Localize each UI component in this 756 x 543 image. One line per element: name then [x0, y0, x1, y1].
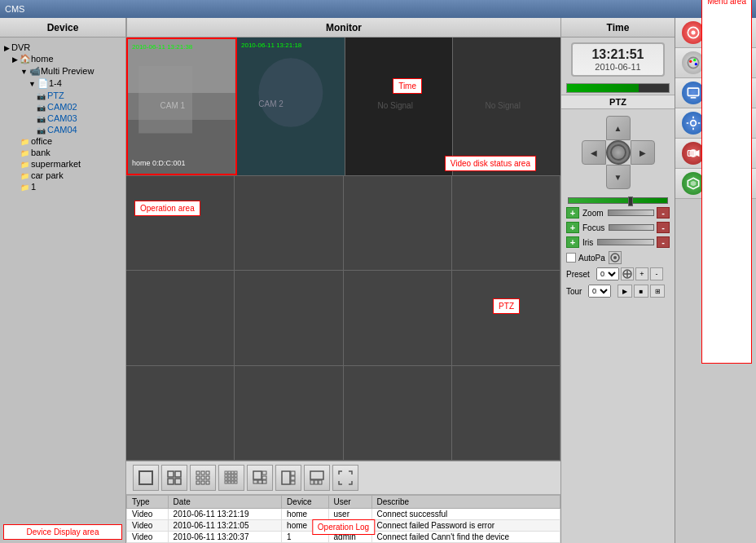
grid-cell-4-2[interactable] [235, 366, 343, 461]
tree-item-ptz[interactable]: 📷PTZ [4, 90, 121, 101]
svg-point-69 [693, 59, 696, 61]
ptz-corner-tr [631, 116, 655, 140]
single-view-button[interactable] [133, 465, 159, 491]
tour-label: Tour [566, 287, 587, 296]
ptz-corner-tl [582, 116, 606, 140]
camera-cell-4[interactable]: No Signal [453, 38, 560, 175]
tour-grid-button[interactable]: ⊞ [650, 285, 665, 298]
preset-label: Preset [566, 270, 595, 279]
ptz-zoom-minus[interactable]: - [657, 207, 670, 219]
preset-select[interactable]: 01 02 03 [596, 267, 619, 280]
col-device: Device [282, 496, 328, 509]
svg-point-70 [695, 63, 697, 65]
grid-cell-2-2[interactable] [235, 176, 343, 271]
main-grid [126, 176, 560, 461]
autopa-settings-button[interactable] [609, 251, 622, 264]
ptz-focus-plus[interactable]: + [566, 222, 579, 233]
log-row-3-type: Video [127, 532, 169, 543]
layout2-view-button[interactable] [275, 465, 301, 491]
autopa-checkbox[interactable] [566, 253, 576, 263]
preset-set-button[interactable] [621, 267, 634, 280]
svg-rect-31 [228, 471, 231, 474]
ptz-speed-control [568, 197, 668, 204]
time-display: 13:21:51 2010-06-11 [571, 42, 665, 77]
svg-text:CAM 1: CAM 1 [160, 101, 186, 110]
svg-text:2010-06-11 13:21:38: 2010-06-11 13:21:38 [132, 43, 193, 51]
tree-item-home[interactable]: ▶🏠home [4, 53, 121, 65]
preset-minus-button[interactable]: - [650, 267, 663, 280]
ptz-iris-minus[interactable]: - [657, 236, 670, 248]
ptz-speed-bar[interactable] [568, 197, 668, 204]
svg-rect-17 [168, 471, 174, 477]
camera-cell-2[interactable]: 2010-06-11 13:21:18 CAM 2 [237, 38, 345, 175]
grid-cell-4-3[interactable] [344, 366, 452, 461]
ptz-up-button[interactable]: ▲ [606, 116, 631, 140]
svg-rect-25 [201, 476, 204, 479]
log-row-1-user: user [328, 509, 371, 520]
ptz-zoom-slider[interactable] [608, 210, 654, 216]
grid-cell-2-3[interactable] [344, 176, 452, 271]
ptz-area-label: PTZ [493, 298, 520, 314]
disk-bar [566, 83, 670, 93]
tour-play-button[interactable]: ▶ [618, 285, 632, 298]
log-row-1: Video 2010-06-11 13:21:19 home user Conn… [127, 509, 560, 520]
quad-view-button[interactable] [161, 465, 187, 491]
sixteen-view-button[interactable] [218, 465, 244, 491]
ptz-iris-plus[interactable]: + [566, 236, 579, 248]
preset-plus-button[interactable]: + [635, 267, 648, 280]
nine-view-button[interactable] [190, 465, 216, 491]
tree-item-cam03[interactable]: 📷CAM03 [4, 113, 121, 124]
tour-play-controls: ▶ ■ ⊞ [618, 285, 665, 298]
fullscreen-button[interactable] [332, 465, 358, 491]
monitor-header: Monitor [126, 18, 560, 38]
date-value: 2010-06-11 [576, 62, 660, 72]
grid-cell-4-4[interactable] [452, 366, 560, 461]
log-row-1-type: Video [127, 509, 169, 520]
ptz-iris-slider[interactable] [597, 239, 654, 245]
svg-point-67 [688, 57, 698, 68]
ptz-focus-slider[interactable] [609, 224, 654, 231]
ptz-left-button[interactable]: ◀ [582, 140, 606, 165]
ptz-down-button[interactable]: ▼ [606, 165, 631, 189]
camera-cell-1[interactable]: 2010-06-11 13:21:38 home 0:D:C:001 CAM 1 [126, 38, 237, 175]
tree-item-bank[interactable]: 📁bank [4, 147, 121, 158]
device-panel: Device ▶DVR ▶🏠home ▼📹Multi Preview ▼📄1-4… [0, 18, 126, 543]
main-layout: Device ▶DVR ▶🏠home ▼📹Multi Preview ▼📄1-4… [0, 18, 756, 543]
tree-item-1[interactable]: 📁1 [4, 181, 121, 192]
camera-cell-3[interactable]: No Signal [345, 38, 454, 175]
svg-rect-16 [139, 471, 152, 484]
ptz-zoom-plus[interactable]: + [566, 207, 579, 219]
grid-cell-3-2[interactable] [235, 271, 343, 365]
tree-item-cam02[interactable]: 📷CAM02 [4, 101, 121, 113]
operation-area-label: Operation area [134, 201, 200, 216]
grid-cell-4-1[interactable] [126, 366, 235, 461]
menu-right-panel: PTZ Color Monitor System [675, 18, 756, 543]
ptz-right-button[interactable]: ▶ [631, 140, 655, 165]
grid-cell-3-4[interactable] [452, 271, 560, 365]
ptz-focus-minus[interactable]: - [657, 222, 670, 233]
grid-cell-2-1[interactable] [126, 176, 235, 271]
tree-item-carpark[interactable]: 📁car park [4, 170, 121, 181]
grid-cell-2-4[interactable] [452, 176, 560, 271]
layout1-view-button[interactable] [247, 465, 273, 491]
tree-item-cam04[interactable]: 📷CAM04 [4, 124, 121, 135]
grid-cell-3-3[interactable] [344, 271, 452, 365]
video-disk-status-label: Video disk status area [445, 156, 536, 171]
tree-item-multipreview[interactable]: ▼📹Multi Preview [4, 65, 121, 77]
layout3-view-button[interactable] [304, 465, 330, 491]
tour-select[interactable]: 01 02 [588, 285, 611, 298]
tour-stop-button[interactable]: ■ [634, 285, 648, 298]
svg-rect-44 [231, 481, 234, 483]
video-area: 2010-06-11 13:21:38 home 0:D:C:001 CAM 1… [126, 38, 560, 461]
tree-item-office[interactable]: 📁office [4, 135, 121, 147]
grid-cell-3-1[interactable] [126, 271, 235, 365]
svg-rect-52 [282, 471, 290, 484]
svg-rect-53 [291, 471, 295, 475]
bottom-bar: Type Date Device User Describe Video 201… [126, 461, 560, 543]
svg-rect-46 [253, 471, 262, 479]
tree-item-dvr[interactable]: ▶DVR [4, 42, 121, 53]
tree-item-1-4[interactable]: ▼📄1-4 [4, 77, 121, 90]
tree-item-supermarket[interactable]: 📁supermarket [4, 158, 121, 170]
log-row-2-type: Video [127, 520, 169, 532]
ptz-center-button[interactable] [606, 140, 631, 165]
